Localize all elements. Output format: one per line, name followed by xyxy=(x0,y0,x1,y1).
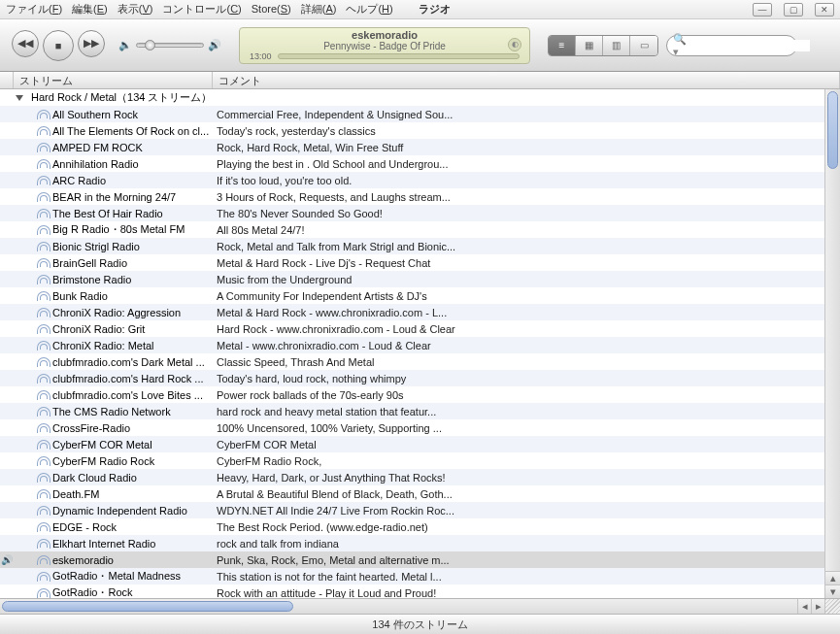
lcd-stop-icon[interactable]: ◐ xyxy=(508,38,521,51)
station-comment: Heavy, Hard, Dark, or Just Anything That… xyxy=(213,472,824,484)
station-name: BrainGell Radio xyxy=(52,257,127,269)
table-row[interactable]: GotRadio・RockRock with an attitude - Pla… xyxy=(0,584,824,598)
disclosure-triangle-icon[interactable] xyxy=(16,95,23,101)
radio-icon xyxy=(37,275,49,284)
station-name: eskemoradio xyxy=(52,554,114,566)
table-row[interactable]: The Best Of Hair RadioThe 80's Never Sou… xyxy=(0,205,824,221)
col-comment-header[interactable]: コメント xyxy=(213,72,840,88)
table-row[interactable]: ChroniX Radio: MetalMetal - www.chronixr… xyxy=(0,337,824,353)
table-row[interactable]: GotRadio・Metal MadnessThis station is no… xyxy=(0,568,824,584)
lcd-title: eskemoradio xyxy=(352,29,418,41)
volume-slider[interactable] xyxy=(136,43,204,48)
station-name: BEAR in the Morning 24/7 xyxy=(52,191,176,203)
radio-icon xyxy=(37,209,49,217)
table-row[interactable]: Bunk RadioA Community For Independent Ar… xyxy=(0,287,824,304)
menu-item[interactable]: ファイル(F) xyxy=(6,3,62,15)
radio-icon xyxy=(37,126,49,135)
status-bar: 134 件のストリーム xyxy=(0,615,840,634)
horizontal-scrollbar[interactable]: ◂ ▸ xyxy=(0,599,840,615)
station-name: Dark Cloud Radio xyxy=(52,472,137,484)
table-row[interactable]: All Southern RockCommercial Free, Indepe… xyxy=(0,106,824,122)
table-row[interactable]: ChroniX Radio: GritHard Rock - www.chron… xyxy=(0,320,824,337)
table-row[interactable]: ChroniX Radio: AggressionMetal & Hard Ro… xyxy=(0,304,824,320)
vscroll-down-icon[interactable]: ▾ xyxy=(825,584,840,598)
menu-item[interactable]: Store(S) xyxy=(252,3,291,15)
vscroll-thumb[interactable] xyxy=(827,91,838,169)
volume-control[interactable]: 🔈 🔊 xyxy=(118,39,221,51)
view-switcher: ≡ ▦ ▥ ▭ xyxy=(548,35,658,56)
vscroll-up-icon[interactable]: ▴ xyxy=(825,571,840,584)
table-row[interactable]: Death.FMA Brutal & Beautiful Blend of Bl… xyxy=(0,485,824,502)
station-name: CrossFire-Radio xyxy=(52,422,130,434)
station-name: Bionic Strigl Radio xyxy=(52,241,140,252)
table-row[interactable]: Dynamic Independent RadioWDYN.NET All In… xyxy=(0,502,824,518)
station-comment: CyberFM Radio Rock, xyxy=(213,455,824,467)
view-other-button[interactable]: ▭ xyxy=(630,36,657,55)
table-row[interactable]: BEAR in the Morning 24/73 Hours of Rock,… xyxy=(0,188,824,205)
table-row[interactable]: CrossFire-Radio100% Uncensored, 100% Var… xyxy=(0,419,824,436)
hscroll-right-icon[interactable]: ▸ xyxy=(811,599,824,614)
table-row[interactable]: Bionic Strigl RadioRock, Metal and Talk … xyxy=(0,238,824,254)
station-comment: Today's rock, yesterday's classics xyxy=(213,125,824,137)
station-comment: Metal & Hard Rock - Live Dj's - Request … xyxy=(213,257,824,269)
search-field[interactable]: 🔍▾ xyxy=(666,35,797,56)
station-name: Brimstone Radio xyxy=(52,274,131,285)
station-name: The CMS Radio Network xyxy=(52,406,171,417)
radio-icon xyxy=(37,176,49,184)
table-row[interactable]: The CMS Radio Network hard rock and heav… xyxy=(0,403,824,419)
prev-button[interactable]: ◀◀ xyxy=(12,30,39,57)
table-row[interactable]: BrainGell RadioMetal & Hard Rock - Live … xyxy=(0,254,824,271)
next-button[interactable]: ▶▶ xyxy=(78,30,105,57)
radio-icon xyxy=(37,440,49,449)
station-comment: 100% Uncensored, 100% Variety, Supportin… xyxy=(213,422,824,434)
table-row[interactable]: CyberFM COR MetalCyberFM COR Metal xyxy=(0,436,824,452)
station-name: EDGE - Rock xyxy=(52,521,117,533)
table-row[interactable]: clubfmradio.com's Love Bites ...Power ro… xyxy=(0,386,824,403)
station-name: clubfmradio.com's Hard Rock ... xyxy=(52,373,204,384)
station-name: CyberFM Radio Rock xyxy=(52,455,154,467)
menu-item[interactable]: 詳細(A) xyxy=(301,3,337,15)
view-list-button[interactable]: ≡ xyxy=(549,36,576,55)
search-input[interactable] xyxy=(690,40,810,51)
radio-icon xyxy=(37,522,49,531)
menu-item[interactable]: 編集(E) xyxy=(72,3,108,15)
close-button[interactable]: ✕ xyxy=(815,3,834,17)
hscroll-thumb[interactable] xyxy=(2,601,293,612)
station-comment: Today's hard, loud rock, nothing whimpy xyxy=(213,373,824,384)
vertical-scrollbar[interactable]: ▴ ▾ xyxy=(824,89,840,598)
table-row[interactable]: EDGE - RockThe Best Rock Period. (www.ed… xyxy=(0,518,824,535)
menu-item[interactable]: コントロール(C) xyxy=(162,3,241,15)
table-row[interactable]: All The Elements Of Rock on cl...Today's… xyxy=(0,122,824,139)
table-row[interactable]: Elkhart Internet Radiorock and talk from… xyxy=(0,535,824,551)
stop-button[interactable]: ■ xyxy=(43,30,74,61)
col-stream-header[interactable]: ストリーム xyxy=(14,72,213,88)
table-row[interactable]: clubfmradio.com's Hard Rock ...Today's h… xyxy=(0,370,824,386)
volume-high-icon: 🔊 xyxy=(208,39,221,51)
lcd-progress[interactable] xyxy=(278,53,520,59)
menu-item[interactable]: ヘルプ(H) xyxy=(346,3,392,15)
station-name: GotRadio・Metal Madness xyxy=(52,569,181,584)
hscroll-left-icon[interactable]: ◂ xyxy=(797,599,811,614)
table-row[interactable]: Brimstone RadioMusic from the Undergroun… xyxy=(0,271,824,287)
group-row[interactable]: Hard Rock / Metal（134 ストリーム） xyxy=(0,89,824,106)
radio-icon xyxy=(37,110,49,118)
minimize-button[interactable]: — xyxy=(753,3,772,17)
table-row[interactable]: Big R Radio・80s Metal FMAll 80s Metal 24… xyxy=(0,221,824,238)
station-comment: Music from the Underground xyxy=(213,274,824,285)
menu-item[interactable]: 表示(V) xyxy=(118,3,153,15)
view-grid-button[interactable]: ▦ xyxy=(576,36,603,55)
table-row[interactable]: CyberFM Radio RockCyberFM Radio Rock, xyxy=(0,452,824,469)
table-row[interactable]: clubfmradio.com's Dark Metal ...Classic … xyxy=(0,353,824,370)
toolbar: ◀◀ ■ ▶▶ 🔈 🔊 ◐ eskemoradio Pennywise - Ba… xyxy=(0,19,840,72)
table-row[interactable]: ARC RadioIf it's too loud, you're too ol… xyxy=(0,172,824,188)
maximize-button[interactable]: ▢ xyxy=(784,3,803,17)
now-playing-icon: 🔊 xyxy=(1,554,13,565)
table-row[interactable]: Annihilation RadioPlaying the best in . … xyxy=(0,155,824,172)
resize-grip-icon[interactable] xyxy=(824,599,840,614)
station-name: Bunk Radio xyxy=(52,290,108,302)
table-row[interactable]: AMPED FM ROCKRock, Hard Rock, Metal, Win… xyxy=(0,139,824,155)
station-comment: The 80's Never Sounded So Good! xyxy=(213,208,824,219)
table-row[interactable]: 🔊eskemoradioPunk, Ska, Rock, Emo, Metal … xyxy=(0,551,824,568)
table-row[interactable]: Dark Cloud RadioHeavy, Hard, Dark, or Ju… xyxy=(0,469,824,485)
view-coverflow-button[interactable]: ▥ xyxy=(603,36,630,55)
